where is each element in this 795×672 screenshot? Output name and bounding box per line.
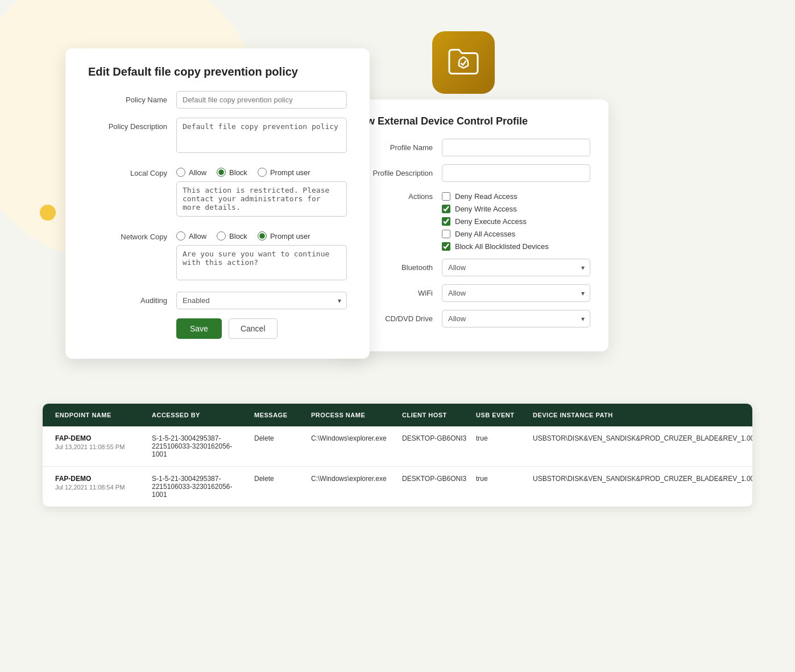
cell-message-1: Delete xyxy=(251,432,308,445)
local-copy-prompt-radio[interactable] xyxy=(258,168,267,177)
profile-description-input[interactable] xyxy=(442,164,590,182)
deny-read-access-option[interactable]: Deny Read Access xyxy=(442,192,590,201)
local-copy-prompt-option[interactable]: Prompt user xyxy=(258,168,310,177)
local-copy-label: Local Copy xyxy=(88,164,176,177)
network-copy-prompt-radio[interactable] xyxy=(258,231,267,240)
endpoint-name-2: FAP-DEMO xyxy=(55,475,145,483)
edit-card-title: Edit Default file copy prevention policy xyxy=(88,65,347,78)
deny-execute-access-option[interactable]: Deny Execute Access xyxy=(442,217,590,226)
policy-description-control: Default file copy prevention policy xyxy=(176,118,347,155)
cddvd-select[interactable]: Allow Block xyxy=(442,310,590,327)
network-copy-message[interactable]: Are you sure you want to continue with t… xyxy=(176,245,347,280)
local-copy-block-option[interactable]: Block xyxy=(217,168,247,177)
cell-path-1: USBSTOR\DISK&VEN_SANDISK&PROD_CRUZER_BLA… xyxy=(529,432,752,445)
block-blocklisted-option[interactable]: Block All Blocklisted Devices xyxy=(442,242,590,251)
deny-execute-access-label: Deny Execute Access xyxy=(455,217,527,226)
edit-card-buttons: Save Cancel xyxy=(88,318,347,339)
block-blocklisted-label: Block All Blocklisted Devices xyxy=(455,242,549,251)
block-blocklisted-checkbox[interactable] xyxy=(442,242,450,251)
cddvd-row: CD/DVD Drive Allow Block ▾ xyxy=(354,310,590,327)
network-copy-label: Network Copy xyxy=(88,228,176,241)
policy-description-label: Policy Description xyxy=(88,118,176,131)
cell-usb-2: true xyxy=(473,472,529,485)
deny-read-access-label: Deny Read Access xyxy=(455,192,517,201)
bg-dot xyxy=(40,205,56,221)
deny-write-access-checkbox[interactable] xyxy=(442,205,450,213)
deny-execute-access-checkbox[interactable] xyxy=(442,217,450,226)
policy-description-row: Policy Description Default file copy pre… xyxy=(88,118,347,155)
bluetooth-select[interactable]: Allow Block xyxy=(442,259,590,276)
wifi-select[interactable]: Allow Block xyxy=(442,284,590,302)
wifi-row: WiFi Allow Block ▾ xyxy=(354,284,590,302)
local-copy-allow-option[interactable]: Allow xyxy=(176,168,206,177)
deny-all-accesses-checkbox[interactable] xyxy=(442,230,450,238)
event-log-table: ENDPOINT NAME ACCESSED BY MESSAGE PROCES… xyxy=(43,404,752,507)
cell-host-2: DESKTOP-GB6ONI3 xyxy=(399,472,473,485)
local-copy-block-radio[interactable] xyxy=(217,168,226,177)
cell-path-2: USBSTOR\DISK&VEN_SANDISK&PROD_CRUZER_BLA… xyxy=(529,472,752,485)
local-copy-message[interactable]: This action is restricted. Please contac… xyxy=(176,181,347,217)
deny-read-access-checkbox[interactable] xyxy=(442,192,450,201)
auditing-row: Auditing Enabled Disabled ▾ xyxy=(88,292,347,309)
folder-shield-icon-box xyxy=(432,31,495,94)
cddvd-select-wrapper: Allow Block ▾ xyxy=(442,310,590,327)
policy-name-row: Policy Name xyxy=(88,91,347,109)
device-control-card: New External Device Control Profile Prof… xyxy=(336,99,608,351)
col-message: MESSAGE xyxy=(251,409,308,421)
auditing-control: Enabled Disabled ▾ xyxy=(176,292,347,309)
policy-name-control xyxy=(176,91,347,109)
local-copy-block-label: Block xyxy=(229,168,247,177)
network-copy-block-option[interactable]: Block xyxy=(217,231,247,240)
col-process-name: PROCESS NAME xyxy=(308,409,399,421)
bluetooth-select-wrapper: Allow Block ▾ xyxy=(442,259,590,276)
cell-host-1: DESKTOP-GB6ONI3 xyxy=(399,432,473,445)
local-copy-radio-group: Allow Block Prompt user xyxy=(176,164,347,177)
table-row: FAP-DEMO Jul 12,2021 11:08:54 PM S-1-5-2… xyxy=(43,467,752,507)
policy-name-label: Policy Name xyxy=(88,91,176,104)
local-copy-allow-radio[interactable] xyxy=(176,168,185,177)
policy-description-input[interactable]: Default file copy prevention policy xyxy=(176,118,347,153)
cell-process-1: C:\Windows\explorer.exe xyxy=(308,432,399,445)
deny-write-access-option[interactable]: Deny Write Access xyxy=(442,205,590,213)
network-copy-row: Network Copy Allow Block Prompt user xyxy=(88,228,347,283)
network-copy-block-radio[interactable] xyxy=(217,231,226,240)
cell-usb-1: true xyxy=(473,432,529,445)
network-copy-control: Allow Block Prompt user Are you sure you… xyxy=(176,228,347,283)
cell-process-2: C:\Windows\explorer.exe xyxy=(308,472,399,485)
local-copy-control: Allow Block Prompt user This action is r… xyxy=(176,164,347,219)
network-copy-block-label: Block xyxy=(229,232,247,240)
actions-list: Deny Read Access Deny Write Access Deny … xyxy=(442,192,590,251)
cancel-button[interactable]: Cancel xyxy=(229,318,278,339)
network-copy-allow-label: Allow xyxy=(189,232,206,240)
endpoint-date-1: Jul 13,2021 11:08:55 PM xyxy=(55,443,145,450)
save-button[interactable]: Save xyxy=(176,318,222,339)
auditing-select[interactable]: Enabled Disabled xyxy=(176,292,347,309)
network-copy-allow-option[interactable]: Allow xyxy=(176,231,206,240)
cell-accessed-2: S-1-5-21-3004295387-2215106033-323016205… xyxy=(148,472,251,501)
auditing-select-wrapper: Enabled Disabled ▾ xyxy=(176,292,347,309)
cell-message-2: Delete xyxy=(251,472,308,485)
col-usb-event: USB EVENT xyxy=(473,409,529,421)
profile-description-row: Profile Description xyxy=(354,164,590,182)
cell-endpoint-1: FAP-DEMO Jul 13,2021 11:08:55 PM xyxy=(52,432,148,453)
deny-write-access-label: Deny Write Access xyxy=(455,205,517,213)
col-endpoint-name: ENDPOINT NAME xyxy=(52,409,148,421)
network-copy-radio-group: Allow Block Prompt user xyxy=(176,228,347,240)
bluetooth-row: Bluetooth Allow Block ▾ xyxy=(354,259,590,276)
device-card-title: New External Device Control Profile xyxy=(354,115,590,127)
profile-name-input[interactable]: Device read-only policy xyxy=(442,139,590,156)
policy-name-input[interactable] xyxy=(176,91,347,109)
cell-endpoint-2: FAP-DEMO Jul 12,2021 11:08:54 PM xyxy=(52,472,148,493)
cell-accessed-1: S-1-5-21-3004295387-2215106033-323016205… xyxy=(148,432,251,461)
table-row: FAP-DEMO Jul 13,2021 11:08:55 PM S-1-5-2… xyxy=(43,426,752,467)
scene: Edit Default file copy prevention policy… xyxy=(0,0,795,672)
deny-all-accesses-option[interactable]: Deny All Accesses xyxy=(442,230,590,238)
edit-policy-card: Edit Default file copy prevention policy… xyxy=(65,48,370,359)
network-copy-prompt-label: Prompt user xyxy=(270,232,310,240)
local-copy-allow-label: Allow xyxy=(189,168,206,177)
endpoint-name-1: FAP-DEMO xyxy=(55,434,145,442)
endpoint-date-2: Jul 12,2021 11:08:54 PM xyxy=(55,484,145,491)
auditing-label: Auditing xyxy=(88,292,176,305)
network-copy-allow-radio[interactable] xyxy=(176,231,185,240)
network-copy-prompt-option[interactable]: Prompt user xyxy=(258,231,310,240)
